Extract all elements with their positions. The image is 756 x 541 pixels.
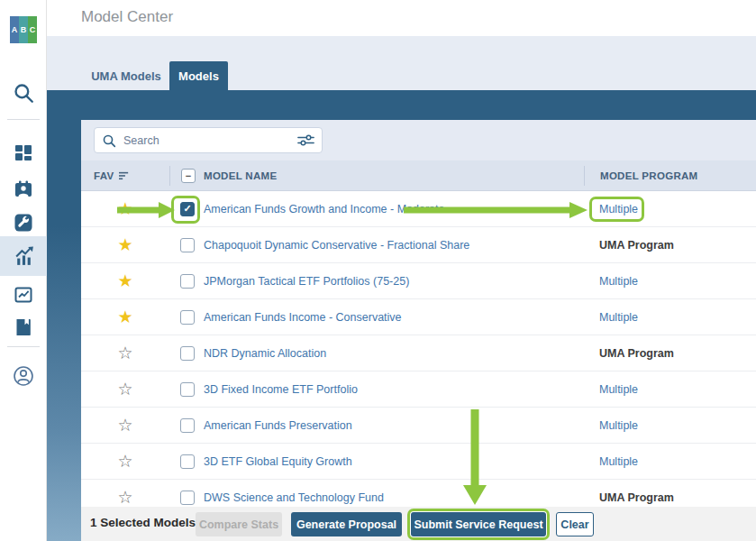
model-program-value[interactable]: Multiple bbox=[599, 275, 638, 288]
model-program-value[interactable]: Multiple bbox=[599, 311, 638, 324]
logo-letter-b: B bbox=[19, 16, 28, 43]
model-name-link[interactable]: 3D Fixed Income ETF Portfolio bbox=[204, 383, 358, 396]
table-header: FAV − MODEL NAME MODEL PROGRAM bbox=[81, 160, 756, 191]
model-program-value[interactable]: Multiple bbox=[599, 455, 638, 468]
model-name-link[interactable]: NDR Dynamic Allocation bbox=[204, 347, 326, 360]
logo-letter-a: A bbox=[10, 16, 19, 43]
table-row[interactable]: ★ ✓ American Funds Growth and Income - M… bbox=[81, 191, 756, 227]
sidebar-item-library[interactable] bbox=[0, 308, 47, 346]
favorite-star-icon[interactable]: ★ bbox=[117, 272, 132, 289]
select-all-checkbox[interactable]: − bbox=[181, 169, 196, 183]
column-header-model-name[interactable]: MODEL NAME bbox=[204, 170, 277, 181]
model-name-link[interactable]: Chapoquoit Dynamic Conservative - Fracti… bbox=[204, 239, 469, 252]
search-input[interactable] bbox=[123, 134, 297, 147]
sidebar-item-search[interactable] bbox=[0, 74, 47, 112]
sidebar-item-dashboard[interactable] bbox=[0, 133, 47, 171]
profile-icon bbox=[12, 364, 35, 388]
model-name-link[interactable]: DWS Science and Technology Fund bbox=[204, 491, 384, 504]
model-name-link[interactable]: American Funds Preservation bbox=[204, 419, 352, 432]
favorite-star-icon[interactable]: ★ bbox=[117, 308, 132, 326]
table-row[interactable]: ☆ 3D ETF Global Equity Growth Multiple bbox=[81, 444, 756, 480]
submit-service-request-button[interactable]: Submit Service Request bbox=[411, 512, 546, 536]
sidebar-item-profile[interactable] bbox=[0, 357, 47, 395]
row-checkbox[interactable] bbox=[180, 346, 195, 361]
model-program-value[interactable]: Multiple bbox=[599, 203, 638, 215]
sidebar-item-analytics[interactable] bbox=[0, 236, 47, 276]
top-header: Model Center bbox=[47, 0, 756, 36]
page-title: Model Center bbox=[81, 8, 173, 26]
table-body: ★ ✓ American Funds Growth and Income - M… bbox=[81, 191, 756, 516]
column-header-model-program[interactable]: MODEL PROGRAM bbox=[600, 170, 697, 181]
filter-sliders-icon[interactable] bbox=[297, 133, 314, 148]
table-row[interactable]: ★ Chapoquoit Dynamic Conservative - Frac… bbox=[81, 227, 756, 263]
column-header-fav[interactable]: FAV bbox=[94, 170, 114, 181]
row-checkbox[interactable] bbox=[180, 454, 195, 469]
favorite-star-icon[interactable]: ☆ bbox=[117, 453, 132, 470]
calendar-person-icon bbox=[13, 178, 34, 199]
search-icon bbox=[102, 133, 116, 148]
sort-icon[interactable] bbox=[119, 170, 130, 181]
model-name-link[interactable]: American Funds Growth and Income - Moder… bbox=[204, 203, 444, 215]
compare-stats-button[interactable]: Compare Stats bbox=[196, 512, 282, 536]
tab-models[interactable]: Models bbox=[169, 61, 228, 90]
models-panel: FAV − MODEL NAME MODEL PROGRAM ★ ✓ Ameri… bbox=[81, 120, 756, 541]
app-logo[interactable]: A B C bbox=[10, 16, 37, 43]
book-icon bbox=[13, 316, 34, 338]
sidebar-divider-top bbox=[7, 119, 40, 120]
tab-band: UMA Models Models bbox=[47, 36, 756, 90]
model-name-link[interactable]: 3D ETF Global Equity Growth bbox=[204, 455, 352, 468]
model-name-link[interactable]: JPMorgan Tactical ETF Portfolios (75-25) bbox=[204, 275, 409, 288]
model-program-value[interactable]: UMA Program bbox=[599, 347, 674, 360]
chart-frame-icon bbox=[13, 284, 34, 306]
sidebar-item-calendar[interactable] bbox=[0, 170, 47, 207]
dashboard-icon bbox=[13, 142, 34, 163]
favorite-star-icon[interactable]: ☆ bbox=[117, 344, 132, 362]
model-program-value[interactable]: Multiple bbox=[599, 419, 638, 432]
wrench-icon bbox=[13, 212, 34, 234]
model-program-value[interactable]: UMA Program bbox=[599, 239, 674, 252]
favorite-star-icon[interactable]: ☆ bbox=[117, 489, 132, 506]
table-row[interactable]: ★ American Funds Income - Conservative M… bbox=[81, 299, 756, 335]
table-row[interactable]: ☆ 3D Fixed Income ETF Portfolio Multiple bbox=[81, 371, 756, 408]
model-program-value[interactable]: UMA Program bbox=[599, 491, 674, 504]
generate-proposal-button[interactable]: Generate Proposal bbox=[291, 512, 402, 536]
tab-uma-models[interactable]: UMA Models bbox=[90, 61, 162, 90]
table-row[interactable]: ☆ NDR Dynamic Allocation UMA Program bbox=[81, 335, 756, 371]
row-checkbox[interactable] bbox=[180, 382, 195, 397]
search-icon bbox=[12, 81, 35, 105]
model-name-link[interactable]: American Funds Income - Conservative bbox=[204, 311, 402, 324]
search-row bbox=[81, 120, 756, 160]
favorite-star-icon[interactable]: ☆ bbox=[117, 381, 132, 398]
search-box[interactable] bbox=[94, 127, 323, 153]
footer-action-bar: 1 Selected Models Compare Stats Generate… bbox=[81, 507, 756, 541]
row-checkbox[interactable]: ✓ bbox=[180, 202, 195, 216]
row-checkbox[interactable] bbox=[180, 274, 195, 289]
row-checkbox[interactable] bbox=[180, 418, 195, 433]
row-checkbox[interactable] bbox=[180, 491, 195, 505]
model-center-page: A B C bbox=[0, 0, 756, 541]
favorite-star-icon[interactable]: ★ bbox=[117, 200, 132, 217]
table-row[interactable]: ★ JPMorgan Tactical ETF Portfolios (75-2… bbox=[81, 263, 756, 299]
sidebar: A B C bbox=[0, 0, 47, 541]
model-program-value[interactable]: Multiple bbox=[599, 383, 638, 396]
logo-letter-c: C bbox=[28, 16, 37, 43]
row-checkbox[interactable] bbox=[180, 238, 195, 252]
selected-count-label: 1 Selected Models bbox=[90, 516, 196, 529]
row-checkbox[interactable] bbox=[180, 310, 195, 325]
chart-growth-icon bbox=[13, 245, 35, 268]
table-row[interactable]: ☆ American Funds Preservation Multiple bbox=[81, 408, 756, 444]
sidebar-divider-bottom bbox=[7, 346, 40, 347]
favorite-star-icon[interactable]: ☆ bbox=[117, 417, 132, 434]
favorite-star-icon[interactable]: ★ bbox=[117, 236, 132, 253]
clear-button[interactable]: Clear bbox=[556, 512, 594, 536]
